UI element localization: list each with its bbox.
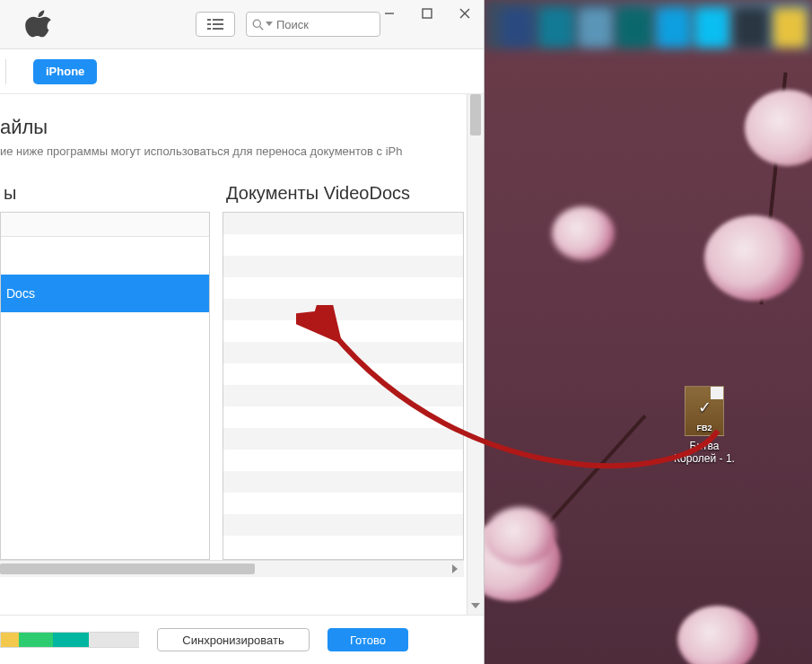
documents-drop-area[interactable] — [223, 212, 464, 560]
svg-rect-4 — [207, 28, 211, 30]
desktop-file-fb2[interactable]: ✓ FB2 Битва Королей - 1. — [668, 386, 740, 465]
vertical-scrollbar[interactable] — [467, 94, 484, 615]
footer-bar: Синхронизировать Готово — [0, 615, 484, 664]
close-button[interactable] — [446, 0, 484, 27]
svg-rect-1 — [213, 19, 223, 21]
svg-line-7 — [260, 26, 264, 30]
apps-column-title: ы — [0, 183, 210, 212]
file-icon-glyph: ✓ — [685, 398, 723, 417]
titlebar — [0, 0, 484, 49]
file-extension-badge: FB2 — [685, 424, 723, 432]
section-title-files: айлы — [0, 100, 464, 144]
desktop-file-label-line1: Битва — [668, 440, 740, 452]
maximize-button[interactable] — [408, 0, 446, 27]
content-area: айлы ие ниже программы могут использоват… — [0, 94, 484, 615]
svg-rect-5 — [213, 28, 223, 30]
desktop-background: ✓ FB2 Битва Королей - 1. — [0, 0, 812, 664]
chevron-down-icon — [266, 22, 273, 27]
svg-rect-2 — [207, 23, 211, 25]
device-bar: iPhone — [0, 49, 484, 94]
horizontal-scrollbar[interactable] — [0, 560, 464, 577]
storage-capacity-bar — [0, 632, 139, 648]
view-mode-toggle[interactable] — [196, 12, 235, 37]
svg-rect-0 — [207, 19, 211, 21]
app-row[interactable] — [1, 237, 209, 275]
svg-rect-9 — [423, 9, 432, 18]
apple-logo-icon — [25, 9, 52, 39]
apps-list[interactable]: Docs — [0, 212, 210, 560]
device-pill-iphone[interactable]: iPhone — [33, 59, 97, 84]
itunes-window: iPhone айлы ие ниже программы могут испо… — [0, 0, 485, 664]
section-description: ие ниже программы могут использоваться д… — [0, 144, 464, 183]
search-icon — [252, 19, 264, 31]
apps-list-header — [1, 213, 209, 237]
sync-button[interactable]: Синхронизировать — [157, 628, 310, 651]
taskbar-blurred — [485, 0, 812, 49]
search-field[interactable] — [246, 12, 380, 37]
documents-list-empty — [223, 213, 463, 559]
window-controls — [371, 0, 484, 27]
search-input[interactable] — [276, 18, 374, 31]
fb2-file-icon: ✓ FB2 — [685, 386, 724, 436]
docs-column-teittel: Документы VideoDocs — [223, 183, 464, 212]
desktop-file-label-line2: Королей - 1. — [668, 452, 740, 465]
minimize-button[interactable] — [371, 0, 408, 27]
svg-rect-3 — [213, 23, 223, 25]
done-button[interactable]: Готово — [327, 628, 408, 651]
app-row-selected[interactable]: Docs — [1, 275, 209, 312]
svg-point-6 — [253, 20, 260, 27]
